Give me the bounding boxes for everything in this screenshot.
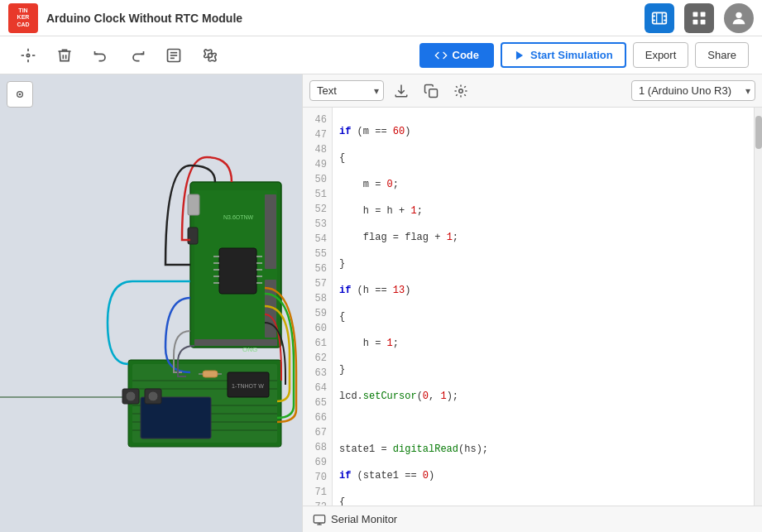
svg-rect-43 (194, 339, 277, 346)
debug-code-btn[interactable] (448, 79, 473, 103)
line-num-54: 54 (303, 232, 332, 247)
svg-rect-10 (701, 19, 706, 24)
main-toolbar: Code Start Simulation Export Share (0, 36, 762, 74)
line-num-68: 68 (303, 440, 332, 455)
code-line-55: } (339, 362, 754, 377)
line-num-64: 64 (303, 381, 332, 395)
film-icon-btn[interactable] (645, 3, 674, 33)
export-btn[interactable]: Export (633, 42, 689, 68)
line-num-46: 46 (303, 113, 332, 127)
circuit-canvas-area: N3.6OTNW ONG 1-TNHOT W (0, 74, 302, 532)
svg-rect-28 (219, 248, 256, 294)
board-select[interactable]: 1 (Arduino Uno R3) (631, 80, 755, 101)
svg-rect-65 (429, 89, 438, 97)
copy-code-btn[interactable] (419, 79, 443, 103)
line-num-57: 57 (303, 276, 332, 291)
serial-monitor-label: Serial Monitor (331, 513, 397, 525)
svg-rect-27 (188, 228, 198, 244)
svg-rect-1 (653, 15, 655, 17)
grid-icon-btn[interactable] (684, 3, 714, 33)
line-numbers: 46 47 48 49 50 51 52 53 54 55 56 57 58 5… (303, 108, 333, 506)
undo-btn[interactable] (86, 42, 116, 69)
svg-rect-7 (693, 12, 698, 17)
svg-point-59 (148, 391, 158, 401)
line-num-69: 69 (303, 455, 332, 470)
code-line-46: if (m == 60) (339, 124, 754, 139)
move-tool-btn[interactable] (13, 42, 43, 69)
topbar: TIN KER CAD Arduino Clock Without RTC Mo… (0, 0, 762, 36)
line-num-70: 70 (303, 470, 332, 485)
line-num-52: 52 (303, 202, 332, 217)
svg-rect-40 (265, 194, 276, 269)
notes-btn[interactable] (159, 42, 189, 69)
svg-point-21 (208, 53, 213, 57)
svg-text:1-TNHOT W: 1-TNHOT W (232, 383, 264, 389)
code-editor: 46 47 48 49 50 51 52 53 54 55 56 57 58 5… (303, 108, 762, 506)
delete-btn[interactable] (50, 42, 79, 69)
serial-monitor-icon (313, 513, 326, 526)
svg-rect-2 (653, 19, 655, 21)
line-num-66: 66 (303, 410, 332, 425)
line-num-51: 51 (303, 187, 332, 202)
line-num-67: 67 (303, 425, 332, 440)
code-line-53: { (339, 309, 754, 324)
svg-rect-3 (664, 15, 666, 17)
svg-point-66 (459, 89, 463, 93)
line-num-60: 60 (303, 321, 332, 336)
svg-rect-4 (664, 19, 666, 21)
page-title: Arduino Clock Without RTC Module (46, 12, 636, 25)
line-num-61: 61 (303, 336, 332, 351)
code-line-60: { (339, 495, 754, 506)
svg-text:N3.6OTNW: N3.6OTNW (223, 214, 254, 220)
line-num-71: 71 (303, 485, 332, 500)
tinkercad-logo: TIN KER CAD (8, 3, 38, 33)
svg-point-57 (126, 391, 136, 401)
code-content[interactable]: if (m == 60) { m = 0; h = h + 1; flag = … (333, 108, 754, 506)
svg-rect-60 (203, 371, 218, 377)
download-code-btn[interactable] (389, 79, 414, 103)
svg-point-11 (736, 12, 741, 17)
svg-rect-9 (693, 19, 698, 24)
line-num-50: 50 (303, 172, 332, 187)
svg-text:ONG: ONG (242, 346, 257, 353)
line-num-58: 58 (303, 291, 332, 306)
svg-point-64 (19, 93, 20, 94)
code-btn[interactable]: Code (419, 43, 495, 68)
line-num-49: 49 (303, 157, 332, 172)
svg-point-12 (26, 54, 29, 56)
code-line-57 (339, 415, 754, 430)
settings-btn[interactable] (195, 42, 225, 69)
code-line-58: state1 = digitalRead(hs); (339, 442, 754, 457)
reset-view-btn[interactable] (7, 81, 33, 108)
line-num-63: 63 (303, 366, 332, 381)
start-simulation-btn[interactable]: Start Simulation (501, 42, 626, 68)
line-num-62: 62 (303, 351, 332, 366)
svg-rect-67 (314, 515, 324, 522)
line-num-48: 48 (303, 142, 332, 157)
code-panel: Text Blocks 1 (Arduino Uno R3) (302, 74, 762, 532)
code-mode-select[interactable]: Text Blocks (309, 80, 384, 101)
code-toolbar: Text Blocks 1 (Arduino Uno R3) (303, 74, 762, 108)
board-select-wrapper[interactable]: 1 (Arduino Uno R3) (631, 80, 755, 101)
code-line-47: { (339, 151, 754, 165)
circuit-diagram: N3.6OTNW ONG 1-TNHOT W (0, 74, 302, 532)
code-line-56: lcd.setCursor(0, 1); (339, 389, 754, 404)
svg-rect-0 (653, 12, 667, 23)
serial-monitor-bar[interactable]: Serial Monitor (303, 506, 762, 532)
user-avatar[interactable] (724, 3, 754, 33)
svg-rect-26 (188, 194, 199, 215)
code-mode-select-wrapper[interactable]: Text Blocks (309, 80, 384, 101)
line-num-55: 55 (303, 247, 332, 261)
code-line-51: } (339, 256, 754, 271)
code-line-48: m = 0; (339, 177, 754, 192)
line-num-65: 65 (303, 395, 332, 410)
code-scrollbar[interactable] (754, 108, 762, 506)
code-line-50: flag = flag + 1; (339, 230, 754, 245)
line-num-53: 53 (303, 217, 332, 232)
line-num-59: 59 (303, 306, 332, 321)
line-num-56: 56 (303, 261, 332, 276)
share-btn[interactable]: Share (695, 42, 749, 68)
line-num-72: 72 (303, 500, 332, 506)
redo-btn[interactable] (122, 42, 152, 69)
svg-marker-22 (516, 50, 523, 60)
